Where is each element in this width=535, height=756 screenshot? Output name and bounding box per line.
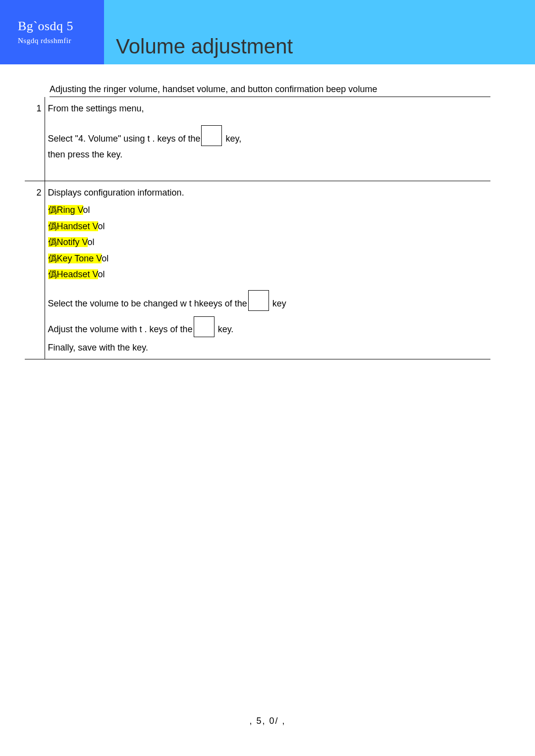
step2-save-line: Finally, save with the key. bbox=[48, 340, 488, 355]
key-box-icon bbox=[248, 290, 269, 311]
step1-line2: Select "4. Volume" using t . keys of the… bbox=[48, 131, 488, 147]
step1-line1: From the settings menu, bbox=[48, 101, 488, 116]
header-band: Bg`osdq 5 Nsgdq rdsshmfir Volume adjustm… bbox=[0, 0, 535, 64]
chapter-sublabel: Nsgdq rdsshmfir bbox=[18, 37, 96, 45]
page-footer: , 5, 0/ , bbox=[0, 716, 535, 726]
intro-text: Adjusting the ringer volume, handset vol… bbox=[50, 84, 490, 97]
step1-line3: then press the key. bbox=[48, 147, 488, 162]
step2-adjust-line: Adjust the volume with t . keys of the k… bbox=[48, 322, 488, 338]
page-title: Volume adjustment bbox=[116, 35, 293, 64]
step-body: From the settings menu, Select "4. Volum… bbox=[45, 97, 490, 181]
step-number: 2 bbox=[25, 181, 45, 359]
config-item: 僞Headset Vol bbox=[48, 267, 488, 282]
key-box-icon bbox=[201, 125, 222, 146]
step-body: Displays configuration information. 僞Rin… bbox=[45, 181, 490, 359]
steps-table: 1 From the settings menu, Select "4. Vol… bbox=[25, 97, 490, 359]
step2-select-line: Select the volume to be changed w t hkee… bbox=[48, 296, 488, 312]
header-right: Volume adjustment bbox=[104, 0, 535, 64]
config-item: 僞Handset Vol bbox=[48, 219, 488, 234]
table-row: 1 From the settings menu, Select "4. Vol… bbox=[25, 97, 490, 181]
step-number: 1 bbox=[25, 97, 45, 181]
chapter-label: Bg`osdq 5 bbox=[18, 19, 96, 34]
table-row: 2 Displays configuration information. 僞R… bbox=[25, 181, 490, 359]
key-box-icon bbox=[194, 316, 214, 337]
config-item: 僞Notify Vol bbox=[48, 235, 488, 250]
header-left: Bg`osdq 5 Nsgdq rdsshmfir bbox=[0, 0, 104, 64]
config-item: 僞Ring Vol bbox=[48, 202, 488, 218]
content-area: Adjusting the ringer volume, handset vol… bbox=[0, 64, 535, 359]
config-item: 僞Key Tone Vol bbox=[48, 251, 488, 266]
step2-line1: Displays configuration information. bbox=[48, 185, 488, 201]
